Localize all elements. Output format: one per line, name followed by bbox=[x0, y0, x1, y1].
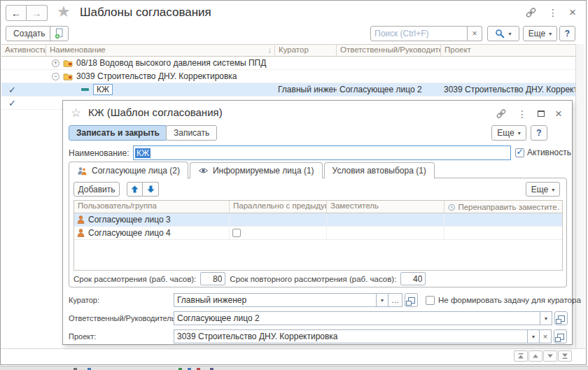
go-last-button[interactable] bbox=[558, 350, 572, 362]
group-row[interactable]: − 3039 Строительство ДНУ. Корректировка bbox=[1, 70, 578, 83]
save-and-close-button[interactable]: Записать и закрыть bbox=[69, 125, 167, 141]
link-icon[interactable] bbox=[496, 109, 507, 118]
reorder-buttons bbox=[127, 182, 159, 197]
sort-desc-icon: ↓ bbox=[268, 45, 272, 54]
project-label: Проект: bbox=[69, 332, 96, 341]
parallel-checkbox[interactable] bbox=[232, 229, 241, 237]
folder-icon bbox=[63, 59, 73, 67]
favorite-star-icon[interactable]: ★ bbox=[57, 3, 71, 21]
link-icon[interactable] bbox=[525, 8, 537, 17]
search-clear-button[interactable]: × bbox=[468, 26, 482, 41]
forward-button[interactable]: → bbox=[27, 5, 48, 21]
panel-more-button[interactable]: Еще▾ bbox=[526, 182, 560, 197]
column-user-group[interactable]: Пользователь/группа bbox=[74, 201, 230, 213]
repeat-review-term-input[interactable] bbox=[400, 272, 426, 285]
menu-kebab-icon[interactable]: ⋮ bbox=[548, 8, 558, 17]
search-input[interactable] bbox=[370, 26, 468, 41]
curator-row: Куратор: ▾ … Не формировать задачу для к… bbox=[63, 293, 573, 308]
back-button[interactable]: ← bbox=[6, 5, 27, 21]
review-term-label: Срок рассмотрения (раб. часов): bbox=[74, 275, 196, 283]
chevron-down-icon: ▾ bbox=[508, 31, 511, 37]
column-deputy[interactable]: Заместитель bbox=[327, 201, 444, 213]
create-new-by-copy-button[interactable] bbox=[50, 26, 69, 41]
column-redirect-deputy[interactable]: Перенаправить заместите… bbox=[444, 201, 562, 213]
search-mode-button[interactable]: ▾ bbox=[487, 26, 519, 41]
clear-icon: × bbox=[543, 332, 547, 341]
tab-autoselect[interactable]: Условия автовыбора (1) bbox=[324, 162, 435, 178]
responsible-input[interactable] bbox=[174, 311, 540, 325]
create-button[interactable]: Создать bbox=[6, 26, 53, 41]
maximize-icon[interactable] bbox=[538, 111, 545, 117]
column-responsible[interactable]: Ответственный/Руководитель bbox=[337, 45, 441, 56]
list-header: Активность Наименование↓ Куратор Ответст… bbox=[1, 44, 578, 57]
add-button[interactable]: Добавить bbox=[74, 182, 120, 197]
column-activity[interactable]: Активность bbox=[1, 45, 46, 56]
item-name-focus: КЖ bbox=[93, 84, 113, 95]
move-down-button[interactable] bbox=[143, 182, 159, 197]
curator-input[interactable] bbox=[174, 293, 377, 307]
responsible-dropdown-button[interactable]: ▾ bbox=[540, 311, 552, 325]
project-dropdown-button[interactable]: ▾ bbox=[528, 329, 540, 343]
curator-dropdown-button[interactable]: ▾ bbox=[377, 293, 388, 307]
curator-open-button[interactable] bbox=[405, 293, 418, 307]
project-open-button[interactable] bbox=[554, 329, 567, 343]
favorite-star-outline-icon[interactable]: ☆ bbox=[71, 106, 81, 120]
project-clear-button[interactable]: × bbox=[540, 329, 552, 343]
go-first-button[interactable] bbox=[514, 350, 528, 362]
history-nav: ← → bbox=[6, 5, 48, 21]
approver-row[interactable]: Согласующее лицо 4 bbox=[74, 227, 562, 240]
list-toolbar: Создать × ▾ Еще▾ ? bbox=[1, 26, 586, 44]
window-close-icon[interactable]: × bbox=[569, 6, 576, 18]
save-button[interactable]: Записать bbox=[166, 125, 217, 141]
column-curator[interactable]: Куратор bbox=[275, 45, 337, 56]
group-name: 3039 Строительство ДНУ. Корректировка bbox=[76, 71, 237, 81]
approver-row[interactable]: Согласующее лицо 3 bbox=[74, 213, 562, 227]
list-more-button[interactable]: Еще▾ bbox=[523, 26, 557, 41]
ellipsis-icon: … bbox=[391, 299, 399, 301]
responsible-label: Ответственный/Руководитель: bbox=[69, 314, 178, 322]
column-project[interactable]: Проект bbox=[441, 45, 578, 56]
review-term-input[interactable] bbox=[200, 272, 225, 285]
column-redirect-label: Перенаправить заместите… bbox=[458, 203, 559, 211]
tab-approvers[interactable]: Согласующие лица (2) bbox=[69, 162, 188, 179]
dialog-close-icon[interactable]: × bbox=[555, 108, 562, 120]
activity-label: Активность bbox=[527, 148, 571, 157]
open-icon bbox=[557, 334, 564, 340]
project-input[interactable] bbox=[174, 329, 528, 343]
activity-check-icon: ✓ bbox=[4, 98, 16, 108]
chevron-down-icon: ▾ bbox=[552, 187, 554, 193]
curator-label: Куратор: bbox=[69, 296, 99, 304]
group-row[interactable]: + 08/18 Водовод высокого давления систем… bbox=[1, 57, 578, 70]
approvers-table-header: Пользователь/группа Параллельно с предыд… bbox=[74, 201, 562, 213]
tab-informed[interactable]: Информируемые лица (1) bbox=[190, 162, 323, 178]
dialog-more-button[interactable]: Еще▾ bbox=[491, 125, 526, 141]
blue-arrow-down-icon bbox=[147, 185, 155, 193]
selected-item-row[interactable]: ✓ КЖ Главный инженер Согласующее лицо 2 … bbox=[1, 83, 578, 97]
menu-kebab-icon[interactable]: ⋮ bbox=[517, 109, 527, 119]
approver-name: Согласующее лицо 3 bbox=[88, 215, 171, 225]
go-down-button[interactable] bbox=[543, 350, 557, 362]
help-button[interactable]: ? bbox=[559, 26, 575, 41]
group-name: 08/18 Водовод высокого давления системы … bbox=[76, 58, 266, 68]
responsible-open-button[interactable] bbox=[554, 311, 568, 325]
collapse-icon[interactable]: − bbox=[52, 73, 59, 80]
expand-icon[interactable]: + bbox=[52, 59, 59, 67]
move-up-button[interactable] bbox=[127, 182, 143, 197]
arrow-down-icon bbox=[547, 353, 554, 360]
title-bar: ← → ★ Шаблоны согласования ⋮ × bbox=[1, 1, 586, 24]
dialog-help-button[interactable]: ? bbox=[531, 125, 547, 141]
name-input[interactable]: КЖ bbox=[133, 145, 511, 160]
activity-checkbox[interactable]: ✓ Активность bbox=[515, 148, 571, 157]
more-label: Еще bbox=[528, 29, 545, 38]
curator-choose-button[interactable]: … bbox=[388, 293, 402, 307]
clear-icon: × bbox=[472, 29, 477, 38]
no-task-checkbox[interactable]: Не формировать задачу для куратора bbox=[426, 296, 581, 305]
chevron-down-icon: ▾ bbox=[381, 298, 384, 304]
column-name[interactable]: Наименование↓ bbox=[46, 45, 275, 56]
chevron-down-icon: ▾ bbox=[532, 334, 535, 340]
open-icon bbox=[558, 315, 565, 322]
arrow-bottom-icon bbox=[561, 353, 568, 360]
column-parallel[interactable]: Параллельно с предыдущим bbox=[230, 201, 327, 213]
tab-autoselect-label: Условия автовыбора (1) bbox=[332, 166, 426, 176]
go-up-button[interactable] bbox=[528, 350, 542, 362]
